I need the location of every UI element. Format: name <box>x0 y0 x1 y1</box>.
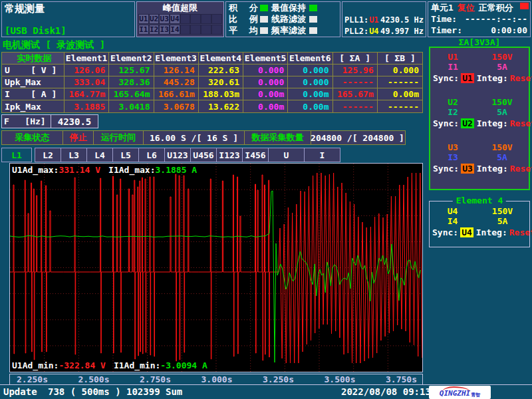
integ-label: Integ: <box>476 227 507 237</box>
peak-empty-cell <box>180 14 191 24</box>
table-cell: 0.00m <box>243 100 288 112</box>
table-cell: 165.67m <box>333 88 378 100</box>
table-corner: 实时数据 <box>2 53 65 65</box>
table-cell: 165.64m <box>109 88 154 100</box>
indicator-mode-label: 比 例 <box>229 13 258 25</box>
peak-channel-cell: U4 <box>170 14 180 24</box>
acquisition-cell: 数据采集数量 <box>245 131 311 144</box>
table-cell: 222.63 <box>199 65 243 76</box>
tab-l2[interactable]: L2 <box>35 148 61 162</box>
frequency-value: 4230.5 <box>51 115 98 128</box>
sync-source-chip[interactable]: U3 <box>461 164 474 174</box>
scope-min-readout: U1Ad_min:-322.84 V I1Ad_min:-3.0094 A <box>12 360 207 370</box>
tab-u[interactable]: U <box>268 148 305 162</box>
voltage-range: 150V <box>475 52 529 62</box>
sync-source-chip[interactable]: U4 <box>460 227 473 237</box>
table-row-label: Ipk_Max <box>2 100 65 112</box>
measure-mode-indicators: 积 分最值保持比 例线路滤波平 均频率滤波 <box>225 1 340 37</box>
sync-source-chip[interactable]: U2 <box>461 118 474 128</box>
table-cell: ------ <box>378 100 422 112</box>
mode-title: 常规测量 <box>5 3 45 15</box>
acquisition-cell: 204800 /[ 204800 ] <box>311 131 404 144</box>
integ-label: Integ: <box>477 118 508 128</box>
i-min-label: I1Ad_min: <box>114 360 160 370</box>
indicator-led-icon <box>260 5 268 11</box>
peak-empty-cell <box>211 25 222 35</box>
frequency-label: F [Hz] <box>2 115 51 128</box>
sync-label: Sync: <box>432 227 458 237</box>
sync-source-chip[interactable]: U1 <box>461 73 474 83</box>
integ-reset[interactable]: Reset <box>510 118 532 128</box>
voltage-channel: U4 <box>430 206 475 216</box>
pll-label: PLL1: <box>344 15 368 25</box>
voltage-channel: U2 <box>430 97 475 107</box>
tab-l3[interactable]: L3 <box>61 148 87 162</box>
table-cell: 0.000 <box>378 65 422 76</box>
unit-integration-mode: 正常积分 <box>479 2 513 14</box>
tab-l5[interactable]: L5 <box>112 148 139 162</box>
current-channel: I3 <box>430 152 475 162</box>
table-col-header: Element1 <box>65 53 109 65</box>
pll-value: 4230.5 Hz <box>380 15 424 25</box>
table-cell: 445.28 <box>154 76 199 88</box>
time-label: Time: <box>431 14 457 24</box>
current-channel: I1 <box>430 62 475 72</box>
waveform-scope: U1Ad_max:331.14 V I1Ad_max:3.1885 A U1Ad… <box>9 163 423 372</box>
record-led-indicator <box>520 3 529 9</box>
unit-name: 单元1 <box>431 2 454 14</box>
time-tick-label: 2.250s <box>17 374 48 384</box>
integ-label: Integ: <box>477 73 508 83</box>
tab-l6[interactable]: L6 <box>138 148 165 162</box>
indicator-mode-label: 积 分 <box>229 2 258 14</box>
peak-channel-cell: I4 <box>170 25 180 35</box>
tab-i123[interactable]: I123 <box>216 148 243 162</box>
indicator-led-icon <box>309 27 317 34</box>
indicator-led-icon <box>309 16 317 23</box>
waveform-tab-bar: L1L2L3L4L5L6U123U456I123I456UI <box>1 148 340 162</box>
table-cell: ------ <box>378 76 422 88</box>
current-range: 5A <box>475 152 529 162</box>
peak-empty-cell <box>211 14 222 24</box>
voltage-range: 150V <box>475 206 529 216</box>
time-tick-label: 3.000s <box>201 374 233 384</box>
realtime-data-table: 实时数据Element1Element2Element3Element4Elem… <box>1 52 423 113</box>
table-col-header: Element2 <box>109 53 154 65</box>
timer-label: Timer: <box>431 25 462 35</box>
sigma-panel-title: ΣA[3V3A] <box>429 37 530 47</box>
element4-panel: Element 4 U4 150V I4 5A Sync: U4 Integ: … <box>429 201 530 247</box>
table-cell: 333.04 <box>65 76 109 88</box>
peak-over-limit-box: 峰值超限 U1U2U3U4I1I2I3I4 <box>136 1 224 37</box>
tab-u456[interactable]: U456 <box>190 148 217 162</box>
table-cell: 3.1885 <box>65 100 109 112</box>
indicator-filter-label: 线路滤波 <box>270 13 307 25</box>
time-tick-label: 2.500s <box>78 374 110 384</box>
tab-l4[interactable]: L4 <box>86 148 113 162</box>
integ-reset[interactable]: Reset <box>510 164 532 174</box>
time-tick-label: 2.750s <box>140 374 171 384</box>
table-cell: 125.67 <box>109 65 154 76</box>
table-cell: 126.06 <box>65 65 109 76</box>
table-cell: 3.0418 <box>109 100 154 112</box>
table-cell: 0.00m <box>288 88 332 100</box>
table-cell: 164.77m <box>65 88 109 100</box>
indicator-mode-label: 平 均 <box>229 25 258 37</box>
time-tick-label: 3.250s <box>263 374 294 384</box>
current-channel: I4 <box>430 216 475 226</box>
table-cell: 188.03m <box>199 88 243 100</box>
tab-u123[interactable]: U123 <box>164 148 191 162</box>
sync-label: Sync: <box>433 73 459 83</box>
current-range: 5A <box>475 62 529 72</box>
i-max-unit: A <box>187 165 198 175</box>
mode-box: 常规测量 [USB Disk1] <box>1 1 135 37</box>
integ-reset[interactable]: Reset <box>509 227 532 237</box>
integ-reset[interactable]: Reset <box>510 73 532 83</box>
acquisition-cell: 停止 <box>63 131 94 144</box>
tab-i456[interactable]: I456 <box>242 148 269 162</box>
pll-value: 49.997 Hz <box>380 27 424 36</box>
sync-label: Sync: <box>433 164 459 174</box>
sigma-wiring-panel: U1150VI15ASync:U1Integ:ResetU2150VI25ASy… <box>429 47 530 190</box>
table-row-label: U [ V ] <box>2 65 65 76</box>
unit-reset-label[interactable]: 复位 <box>458 2 475 14</box>
tab-l1[interactable]: L1 <box>1 148 32 162</box>
tab-i[interactable]: I <box>304 148 340 162</box>
